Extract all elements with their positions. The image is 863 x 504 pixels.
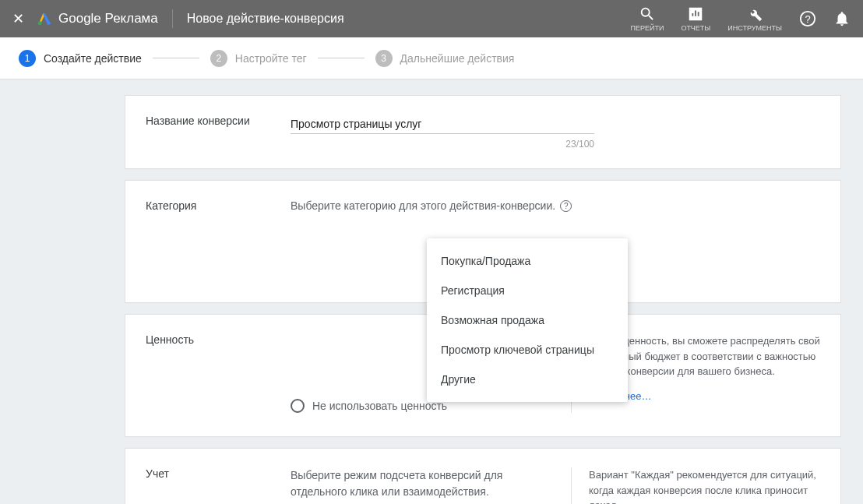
dd-option-other[interactable]: Другие bbox=[427, 365, 628, 394]
toolbar-right: ПЕРЕЙТИ ОТЧЕТЫ ИНСТРУМЕНТЫ ? bbox=[630, 5, 851, 32]
step-2-label: Настройте тег bbox=[235, 52, 307, 65]
step-2[interactable]: 2 Настройте тег bbox=[210, 50, 307, 67]
value-label: Ценность bbox=[146, 333, 291, 413]
radio-no-value-label: Не использовать ценность bbox=[312, 400, 447, 412]
count-label: Учет bbox=[146, 467, 291, 504]
svg-text:?: ? bbox=[805, 13, 810, 25]
category-hint: Выберите категорию для этого действия-ко… bbox=[291, 199, 555, 212]
wrench-icon bbox=[746, 5, 763, 23]
dd-option-purchase[interactable]: Покупка/Продажа bbox=[427, 246, 628, 276]
conversion-name-input[interactable] bbox=[291, 115, 594, 134]
step-2-number: 2 bbox=[210, 50, 227, 67]
step-connector bbox=[318, 58, 365, 58]
help-icon[interactable]: ? bbox=[560, 200, 572, 212]
nav-reports-label: ОТЧЕТЫ bbox=[681, 24, 710, 32]
top-bar: ✕ Google Реклама Новое действие-конверси… bbox=[0, 0, 863, 37]
svg-point-0 bbox=[38, 21, 42, 25]
step-bar: 1 Создайте действие 2 Настройте тег 3 Да… bbox=[0, 37, 863, 79]
nav-search[interactable]: ПЕРЕЙТИ bbox=[630, 5, 664, 32]
logo[interactable]: Google Реклама bbox=[37, 11, 158, 26]
help-icon[interactable]: ? bbox=[799, 10, 816, 27]
nav-tools-label: ИНСТРУМЕНТЫ bbox=[727, 24, 782, 32]
step-3-number: 3 bbox=[375, 50, 393, 67]
conversion-name-label: Название конверсии bbox=[146, 115, 291, 150]
page-title: Новое действие-конверсия bbox=[187, 12, 344, 26]
count-note-text: Вариант "Каждая" рекомендуется для ситуа… bbox=[589, 469, 816, 504]
step-1-label: Создайте действие bbox=[44, 52, 142, 65]
divider bbox=[172, 9, 173, 28]
card-count: Учет Выберите режим подсчета конверсий д… bbox=[125, 448, 841, 504]
nav-search-label: ПЕРЕЙТИ bbox=[630, 24, 664, 32]
nav-tools[interactable]: ИНСТРУМЕНТЫ bbox=[727, 5, 782, 32]
step-3[interactable]: 3 Дальнейшие действия bbox=[375, 50, 515, 67]
step-1[interactable]: 1 Создайте действие bbox=[19, 50, 142, 67]
dd-option-lead[interactable]: Возможная продажа bbox=[427, 305, 628, 335]
count-hint: Выберите режим подсчета конверсий для от… bbox=[291, 467, 554, 500]
count-side-note: Вариант "Каждая" рекомендуется для ситуа… bbox=[571, 467, 820, 504]
radio-icon bbox=[291, 399, 305, 413]
step-3-label: Дальнейшие действия bbox=[400, 52, 515, 65]
close-icon[interactable]: ✕ bbox=[12, 10, 37, 27]
dd-option-signup[interactable]: Регистрация bbox=[427, 276, 628, 305]
dd-option-pageview[interactable]: Просмотр ключевой страницы bbox=[427, 335, 628, 365]
char-counter: 23/100 bbox=[291, 139, 594, 150]
search-icon bbox=[639, 5, 656, 23]
card-conversion-name: Название конверсии 23/100 bbox=[125, 95, 841, 169]
bell-icon[interactable] bbox=[833, 10, 851, 27]
nav-reports[interactable]: ОТЧЕТЫ bbox=[681, 5, 710, 32]
product-name: Google Реклама bbox=[58, 11, 158, 26]
chart-icon bbox=[687, 5, 704, 23]
google-ads-logo-icon bbox=[37, 11, 52, 26]
category-label: Категория bbox=[146, 199, 291, 212]
step-1-number: 1 bbox=[19, 50, 36, 67]
category-dropdown: Покупка/Продажа Регистрация Возможная пр… bbox=[427, 238, 628, 402]
step-connector bbox=[153, 58, 199, 58]
